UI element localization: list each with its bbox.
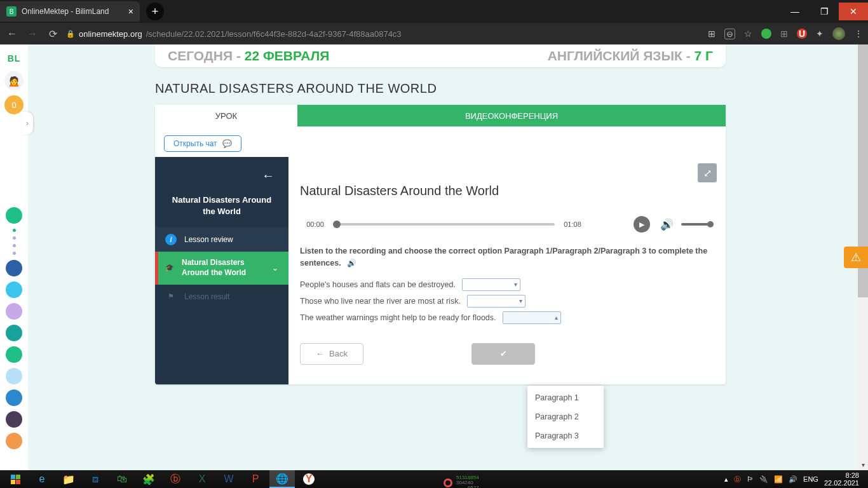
flag-icon: ⚑ [165, 291, 177, 302]
rail-dot-2[interactable] [13, 236, 16, 240]
rail-app-4[interactable] [6, 303, 22, 320]
taskbar-excel[interactable]: X [189, 470, 215, 488]
window-controls: — ❐ ✕ [780, 3, 868, 20]
counter-icon [444, 478, 452, 487]
tray-up-icon[interactable]: ▴ [724, 475, 728, 484]
back-icon[interactable]: ← [5, 28, 19, 39]
rail-app-6[interactable] [6, 346, 22, 363]
question-row-3: The weather warnings might help to be re… [300, 311, 714, 324]
new-tab-button[interactable]: + [146, 3, 164, 20]
tray-flag-icon[interactable]: 🏳 [747, 475, 754, 483]
tray-language[interactable]: ENG [803, 475, 818, 483]
rail-dot-4[interactable] [13, 252, 16, 255]
left-rail: › BL 🙍 0 [0, 44, 28, 470]
nav-item-result[interactable]: ⚑ Lesson result [155, 285, 288, 309]
address-bar[interactable]: 🔒 onlinemektep.org/schedule/22.02.2021/l… [66, 29, 702, 39]
bookmark-icon[interactable]: ☆ [744, 29, 752, 39]
tab-favicon: B [6, 6, 17, 17]
audio-play-button[interactable]: ▶ [634, 216, 650, 233]
taskbar-chrome[interactable]: 🌐 [269, 470, 295, 488]
rail-user-badge[interactable]: 0 [4, 95, 24, 114]
rail-app-10[interactable] [6, 433, 22, 449]
profile-avatar[interactable] [832, 27, 845, 40]
maximize-button[interactable]: ❐ [810, 3, 839, 20]
audio-current-time: 00:00 [302, 220, 328, 228]
system-tray: ▴ ⓑ 🏳 🔌 📶 🔊 ENG 8:28 22.02.2021 [724, 471, 865, 487]
forward-icon[interactable]: → [25, 28, 39, 39]
nav-item-current[interactable]: 🎓 Natural Disasters Around the World ⌄ [155, 252, 288, 284]
rail-app-5[interactable] [6, 325, 22, 341]
windows-taskbar: e 📁 ⧈ 🛍 🧩 ⓑ X W P 🌐 Y ▴ ⓑ 🏳 🔌 📶 🔊 ENG 8:… [0, 470, 868, 488]
chevron-down-icon: ⌄ [272, 264, 278, 273]
close-window-button[interactable]: ✕ [839, 3, 868, 20]
rail-app-9[interactable] [6, 411, 22, 428]
volume-thumb[interactable] [707, 221, 714, 227]
nav-item-review[interactable]: i Lesson review [155, 227, 288, 252]
warning-side-tab[interactable]: ⚠ [844, 247, 868, 268]
taskbar-powerpoint[interactable]: P [243, 470, 268, 488]
volume-track[interactable] [681, 223, 712, 226]
dropdown-option-2[interactable]: Paragraph 2 [527, 407, 604, 426]
fullscreen-button[interactable]: ⤢ [698, 163, 717, 182]
rail-dot-1[interactable] [13, 229, 16, 232]
taskbar-dropbox[interactable]: ⧈ [83, 470, 108, 488]
visitor-counter: 51318854 304240 6527 [444, 475, 479, 488]
sound-icon[interactable]: 🔊 [347, 257, 356, 269]
instruction-text: Listen to the recording and choose the c… [300, 245, 714, 269]
extension-shield-icon[interactable] [761, 29, 771, 39]
subject-label: АНГЛИЙСКИЙ ЯЗЫК - [548, 48, 695, 63]
rail-app-8[interactable] [6, 390, 22, 406]
tab-videoconference[interactable]: ВИДЕОКОНФЕРЕНЦИЯ [297, 105, 726, 126]
volume-icon[interactable]: 🔊 [660, 218, 674, 231]
extensions-icon[interactable]: ✦ [816, 29, 824, 39]
tray-volume-icon[interactable]: 🔊 [789, 475, 797, 484]
nav-back-icon[interactable]: ← [155, 157, 288, 194]
rail-app-7[interactable] [6, 368, 22, 384]
taskbar-explorer[interactable]: 📁 [56, 470, 81, 488]
tray-battery-icon[interactable]: 🔌 [759, 475, 768, 484]
taskbar-word[interactable]: W [216, 470, 241, 488]
menu-icon[interactable]: ⋮ [854, 29, 863, 39]
rail-app-3[interactable] [6, 281, 22, 298]
taskbar-app[interactable]: 🧩 [136, 470, 161, 488]
dropdown-option-1[interactable]: Paragraph 1 [527, 388, 604, 407]
lesson-nav: ← Natural Disasters Around the World i L… [155, 157, 288, 384]
taskbar-ie[interactable]: e [29, 470, 55, 488]
audio-seek-track[interactable] [333, 223, 555, 226]
question-2-text: Those who live near the river are most a… [300, 297, 461, 306]
scroll-down-icon[interactable]: ▾ [858, 460, 868, 470]
submit-button[interactable]: ✔ [471, 343, 535, 365]
back-button[interactable]: ← Back [300, 343, 363, 365]
rail-app-2[interactable] [6, 260, 22, 276]
url-path: /schedule/22.02.2021/lesson/f6c44f3e-882… [146, 29, 402, 39]
page-viewport: › BL 🙍 0 СЕГОДНЯ - 22 ФЕВРАЛЯ АНГЛИЙСКИЙ… [0, 44, 868, 470]
extension-icon[interactable]: ⊞ [780, 29, 788, 39]
select-2[interactable]: ▾ [467, 295, 526, 308]
rail-dot-3[interactable] [13, 244, 16, 247]
minimize-button[interactable]: — [780, 3, 810, 20]
zoom-icon[interactable]: ⊖ [724, 29, 735, 39]
taskbar-yandex[interactable]: Y [296, 470, 322, 488]
open-chat-button[interactable]: Открыть чат 💬 [164, 135, 241, 152]
today-label: СЕГОДНЯ - [168, 48, 245, 63]
tray-beats-icon[interactable]: ⓑ [734, 475, 741, 484]
translate-icon[interactable]: ⊞ [708, 29, 715, 39]
extension-ublock-icon[interactable]: U [797, 29, 807, 39]
reload-icon[interactable]: ⟳ [46, 28, 60, 40]
browser-tab[interactable]: B OnlineMektep - BilimLand × [0, 1, 140, 22]
rail-avatar[interactable]: 🙍 [4, 71, 24, 90]
select-1[interactable]: ▾ [462, 278, 520, 291]
taskbar-beats[interactable]: ⓑ [163, 470, 188, 488]
rail-app-1[interactable] [6, 207, 22, 224]
site-logo[interactable]: BL [0, 53, 28, 64]
select-3[interactable]: ▴ [503, 311, 561, 324]
tab-close-icon[interactable]: × [128, 6, 133, 17]
nav-review-label: Lesson review [184, 235, 233, 244]
taskbar-store[interactable]: 🛍 [109, 470, 135, 488]
audio-seek-thumb[interactable] [333, 220, 341, 228]
tab-lesson[interactable]: УРОК [155, 105, 297, 126]
tray-clock[interactable]: 8:28 22.02.2021 [824, 471, 859, 487]
start-button[interactable] [3, 470, 28, 488]
tray-network-icon[interactable]: 📶 [774, 475, 783, 484]
dropdown-option-3[interactable]: Paragraph 3 [527, 426, 604, 445]
